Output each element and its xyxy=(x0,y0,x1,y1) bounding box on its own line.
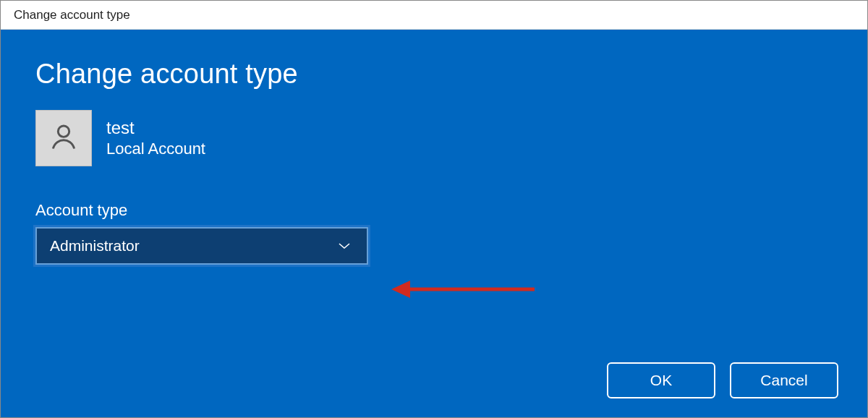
user-name: test xyxy=(106,118,205,138)
svg-marker-2 xyxy=(391,281,410,298)
user-account-kind: Local Account xyxy=(106,140,205,158)
annotation-arrow-icon xyxy=(390,268,542,311)
dialog-heading: Change account type xyxy=(35,59,833,90)
window-title: Change account type xyxy=(14,8,130,22)
title-bar[interactable]: Change account type xyxy=(1,1,867,30)
svg-point-0 xyxy=(58,126,69,137)
dialog-window: Change account type Change account type … xyxy=(0,0,868,418)
account-type-label: Account type xyxy=(35,201,833,220)
person-icon xyxy=(48,121,80,155)
user-avatar xyxy=(35,110,92,166)
chevron-down-icon xyxy=(338,242,351,250)
cancel-button[interactable]: Cancel xyxy=(730,362,838,398)
dialog-content: Change account type test Local Account A… xyxy=(1,30,867,417)
user-meta: test Local Account xyxy=(106,118,205,158)
ok-button-label: OK xyxy=(650,372,672,389)
dropdown-selected-value: Administrator xyxy=(50,237,140,255)
user-info-row: test Local Account xyxy=(35,110,833,166)
account-type-dropdown[interactable]: Administrator xyxy=(35,227,368,265)
cancel-button-label: Cancel xyxy=(760,372,807,389)
ok-button[interactable]: OK xyxy=(607,362,715,398)
dialog-button-row: OK Cancel xyxy=(607,362,838,398)
